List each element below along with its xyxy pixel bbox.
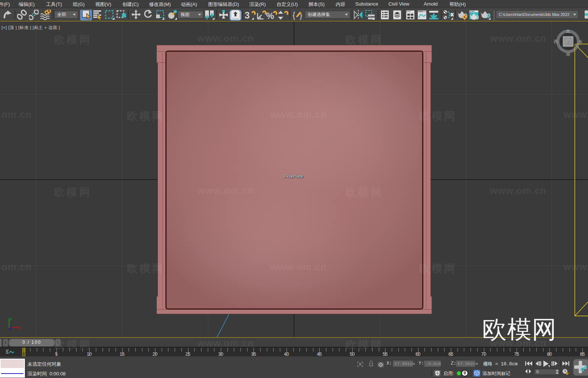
- svg-text:西: 西: [554, 39, 558, 44]
- svg-text:南: 南: [566, 52, 570, 56]
- svg-text:X: X: [17, 326, 20, 330]
- svg-text:{: {: [293, 10, 295, 20]
- svg-text:北: 北: [566, 29, 570, 33]
- svg-text:3: 3: [245, 10, 250, 20]
- svg-text:%: %: [266, 11, 274, 20]
- svg-text:z: z: [10, 325, 12, 330]
- svg-text:上: 上: [566, 39, 570, 44]
- svg-text:东: 东: [579, 39, 583, 44]
- svg-text:y: y: [10, 316, 13, 321]
